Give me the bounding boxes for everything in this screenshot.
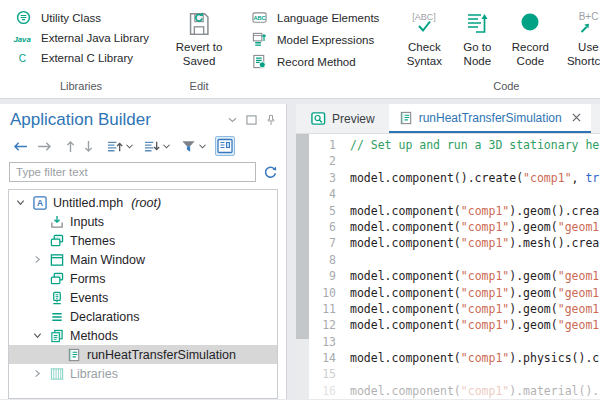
line-number: 4 [309, 186, 336, 202]
tree-item-label: runHeatTransferSimulation [87, 348, 236, 362]
scrollbar-thumb[interactable] [296, 134, 309, 339]
forward-icon [36, 141, 53, 152]
go-to-node-icon [462, 7, 492, 41]
tree-item-untitled-mph[interactable]: AUntitled.mph(root) [9, 193, 277, 212]
ribbon-group-code: ABC Language Elements Model Expressions … [238, 0, 600, 98]
forms-icon [49, 272, 65, 286]
line-number: 9 [309, 268, 336, 284]
tree-item-label: Untitled.mph [53, 196, 123, 210]
c-library-icon: C [13, 51, 34, 64]
tree-item-forms[interactable]: Forms [9, 269, 277, 288]
tree-item-inputs[interactable]: Inputs [9, 212, 277, 231]
filter-input[interactable] [9, 162, 256, 182]
close-tab-icon[interactable] [572, 113, 581, 122]
code-text: model.component("comp1").geom("geom1 [350, 301, 599, 317]
tree-item-label: Forms [70, 272, 105, 286]
chevron-collapsed-icon[interactable] [30, 369, 44, 378]
model-expressions-button[interactable]: Model Expressions [246, 31, 382, 48]
line-number: 16 [309, 383, 336, 399]
main-window-icon [49, 253, 65, 267]
sort-up-button[interactable] [104, 138, 135, 155]
java-icon: Java [13, 33, 34, 44]
chevron-expanded-icon[interactable] [30, 331, 44, 340]
panel-header: Application Builder [8, 108, 278, 134]
tree-item-main-window[interactable]: Main Window [9, 250, 277, 269]
check-syntax-button[interactable]: [ABC] Check Syntax [396, 6, 452, 70]
utility-class-icon [13, 10, 34, 25]
tree-item-methods[interactable]: Methods [9, 326, 277, 345]
node-text-toggle-button[interactable] [215, 136, 235, 156]
code-line-2: 2 [309, 153, 600, 169]
back-button[interactable] [10, 140, 31, 153]
down-arrow-icon [83, 139, 94, 154]
code-line-12: 12model.component("comp1").geom("geom1 [309, 317, 600, 333]
events-icon [49, 291, 65, 305]
use-shortcut-button[interactable]: B+C Use Shortcut [560, 6, 600, 70]
editor-scrollbar[interactable] [296, 134, 309, 399]
record-code-button[interactable]: Record Code [502, 6, 558, 70]
refresh-icon [263, 165, 278, 180]
line-number: 7 [309, 235, 336, 251]
line-number: 13 [309, 334, 336, 350]
node-text-icon [217, 138, 233, 154]
collapse-panel-icon[interactable] [228, 117, 237, 123]
inputs-icon [49, 215, 65, 229]
tree-item-runheattransfersimulation[interactable]: runHeatTransferSimulation [9, 345, 277, 364]
model-tree: AUntitled.mph(root)InputsThemesMain Wind… [8, 189, 278, 399]
line-number: 1 [309, 137, 336, 153]
language-elements-icon: ABC [249, 10, 270, 25]
tree-item-declarations[interactable]: Declarations [9, 307, 277, 326]
methods-icon [49, 329, 65, 343]
code-line-14: 14model.component("comp1").physics().c [309, 350, 600, 366]
filter-funnel-icon [181, 139, 196, 154]
go-to-node-button[interactable]: Go to Node [454, 6, 500, 70]
code-group-big-buttons: [ABC] Check Syntax Go to Node Record Cod… [396, 6, 600, 96]
panel-title: Application Builder [10, 110, 151, 130]
move-down-button[interactable] [81, 138, 96, 155]
tree-item-libraries[interactable]: Libraries [9, 364, 277, 383]
language-elements-button[interactable]: ABC Language Elements [246, 9, 382, 26]
tree-item-label: Inputs [70, 215, 104, 229]
move-up-button[interactable] [63, 138, 78, 155]
float-panel-icon[interactable] [246, 115, 257, 125]
code-editor[interactable]: 1// Set up and run a 3D stationary he23m… [309, 134, 600, 399]
tree-item-label: Methods [70, 329, 118, 343]
external-c-library-button[interactable]: C External C Library [10, 50, 152, 65]
code-group-small-buttons: ABC Language Elements Model Expressions … [246, 6, 382, 96]
tab-run-heat-transfer-simulation[interactable]: runHeatTransferSimulation [389, 104, 591, 133]
chevron-expanded-icon[interactable] [13, 198, 27, 207]
record-method-label: Record Method [277, 56, 356, 68]
revert-to-saved-button[interactable]: Revert to Saved [168, 6, 230, 70]
external-java-library-label: External Java Library [41, 32, 149, 44]
libraries-icon [49, 367, 65, 381]
use-shortcut-icon: B+C [573, 7, 600, 41]
svg-text:C: C [19, 53, 26, 64]
revert-to-saved-icon [184, 7, 214, 41]
external-c-library-label: External C Library [41, 52, 133, 64]
tree-item-events[interactable]: Events [9, 288, 277, 307]
editor-tab-bar: Preview runHeatTransferSimulation [296, 104, 600, 134]
external-java-library-button[interactable]: Java External Java Library [10, 31, 152, 45]
sort-down-button[interactable] [141, 138, 172, 155]
forward-button[interactable] [34, 140, 55, 153]
tab-method-label: runHeatTransferSimulation [419, 111, 562, 125]
code-line-10: 10model.component("comp1").geom("geom1 [309, 285, 600, 301]
themes-icon [49, 234, 65, 248]
svg-text:ABC: ABC [253, 15, 265, 21]
record-method-button[interactable]: Record Method [246, 53, 382, 70]
method-icon [399, 111, 413, 125]
line-number: 14 [309, 350, 336, 366]
pin-panel-icon[interactable] [266, 114, 276, 126]
tree-toolbar [8, 134, 278, 162]
code-line-8: 8 [309, 252, 600, 268]
utility-class-button[interactable]: Utility Class [10, 9, 152, 26]
ribbon: Utility Class Java External Java Library… [0, 0, 600, 99]
refresh-button[interactable] [263, 165, 278, 180]
panel-divider[interactable] [287, 104, 296, 399]
tab-preview[interactable]: Preview [301, 104, 385, 133]
tree-item-themes[interactable]: Themes [9, 231, 277, 250]
tree-item-label: Libraries [70, 367, 118, 381]
filter-button[interactable] [179, 138, 208, 155]
editor-body: 1// Set up and run a 3D stationary he23m… [296, 134, 600, 399]
chevron-collapsed-icon[interactable] [30, 255, 44, 264]
